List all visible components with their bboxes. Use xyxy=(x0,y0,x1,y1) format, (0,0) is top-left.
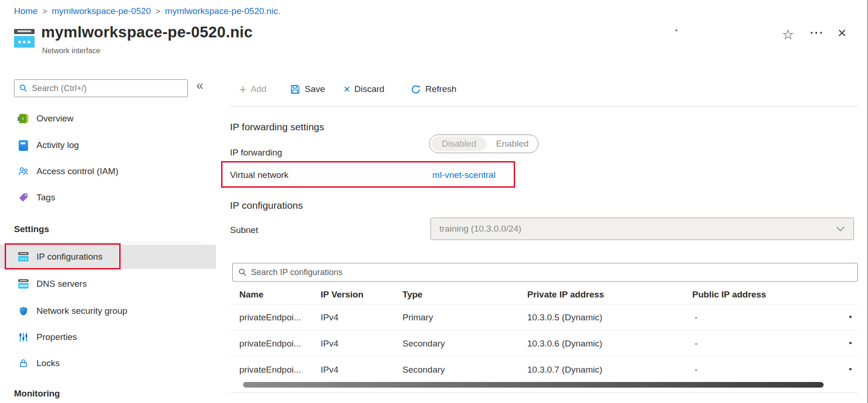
table-row[interactable]: privateEndpoi... IPv4 Secondary 10.3.0.7… xyxy=(230,357,858,383)
breadcrumb-workspace-link[interactable]: mymlworkspace-pe-0520 xyxy=(52,6,151,16)
column-header-name[interactable]: Name xyxy=(239,290,264,300)
ip-configurations-search-box[interactable] xyxy=(232,263,858,282)
breadcrumb-nic-link[interactable]: mymlworkspace-pe-0520.nic. xyxy=(165,6,280,16)
favorite-star-icon[interactable]: ☆ xyxy=(782,26,794,43)
table-header-row: Name IP Version Type Private IP address … xyxy=(230,285,858,304)
more-options-icon[interactable]: ··· xyxy=(810,24,824,41)
refresh-button[interactable]: Refresh xyxy=(410,82,457,96)
search-icon xyxy=(19,84,28,92)
save-floppy-icon xyxy=(290,84,301,95)
section-title-ip-forwarding-settings: IP forwarding settings xyxy=(230,121,324,133)
sidebar-item-ip-configurations[interactable]: IP configurations xyxy=(0,245,216,269)
dns-servers-icon: www xyxy=(18,278,29,290)
close-icon[interactable]: × xyxy=(838,24,846,41)
page-title: mymlworkspace-pe-0520.nic xyxy=(41,23,253,41)
sidebar-item-properties[interactable]: Properties xyxy=(0,328,216,346)
sidebar-item-dns-servers[interactable]: www DNS servers xyxy=(0,275,216,293)
row-more-dot[interactable] xyxy=(849,316,852,318)
column-header-private-ip[interactable]: Private IP address xyxy=(527,290,604,300)
subnet-label: Subnet xyxy=(230,225,258,235)
column-header-ip-version[interactable]: IP Version xyxy=(321,290,364,300)
column-header-type[interactable]: Type xyxy=(402,290,423,300)
toggle-option-enabled[interactable]: Enabled xyxy=(487,139,538,149)
shield-icon xyxy=(18,305,29,317)
sliders-icon xyxy=(18,332,29,343)
ip-configurations-search-input[interactable] xyxy=(251,268,852,277)
section-title-ip-configurations: IP configurations xyxy=(230,200,303,211)
row-more-dot[interactable] xyxy=(849,342,852,344)
sidebar-section-monitoring: Monitoring xyxy=(14,389,60,399)
row-more-dot[interactable] xyxy=(849,368,852,370)
lock-icon xyxy=(18,358,29,369)
subnet-dropdown[interactable]: training (10.3.0.0/24) xyxy=(430,218,854,240)
chevron-down-icon xyxy=(836,226,845,232)
column-header-public-ip[interactable]: Public IP address xyxy=(692,290,766,300)
sidebar-item-access-control[interactable]: Access control (IAM) xyxy=(0,162,216,181)
ip-forwarding-toggle: Disabled Enabled xyxy=(429,134,538,153)
tag-icon xyxy=(18,192,29,203)
overview-icon xyxy=(18,113,29,124)
plus-icon: + xyxy=(239,83,246,95)
virtual-network-link[interactable]: ml-vnet-scentral xyxy=(432,170,495,180)
horizontal-scrollbar[interactable] xyxy=(243,382,824,388)
table-row[interactable]: privateEndpoi... IPv4 Primary 10.3.0.5 (… xyxy=(230,304,858,331)
subnet-selected-value: training (10.3.0.0/24) xyxy=(439,224,836,234)
discard-x-icon: × xyxy=(344,83,350,96)
refresh-icon xyxy=(410,84,421,95)
discard-button[interactable]: × Discard xyxy=(344,82,384,96)
access-control-people-icon xyxy=(18,166,29,177)
save-button[interactable]: Save xyxy=(290,82,325,96)
search-icon xyxy=(238,268,247,276)
breadcrumb-separator: > xyxy=(43,7,47,16)
add-button[interactable]: + Add xyxy=(239,82,266,96)
virtual-network-label: Virtual network xyxy=(230,170,288,180)
page-subtitle: Network interface xyxy=(42,47,100,55)
cursor-dot xyxy=(675,29,677,31)
ip-forwarding-label: IP forwarding xyxy=(230,148,282,158)
network-interface-icon xyxy=(14,29,35,48)
breadcrumb-separator: > xyxy=(156,7,160,16)
sidebar-section-settings: Settings xyxy=(14,224,49,234)
sidebar-item-network-security-group[interactable]: Network security group xyxy=(0,302,216,320)
breadcrumb-home-link[interactable]: Home xyxy=(14,6,38,16)
toggle-option-disabled[interactable]: Disabled xyxy=(431,136,487,151)
table-bottom-divider xyxy=(230,392,858,393)
toolbar-divider xyxy=(230,106,858,107)
activity-log-icon xyxy=(18,140,29,151)
sidebar-item-tags[interactable]: Tags xyxy=(0,188,216,207)
ip-configurations-table: Name IP Version Type Private IP address … xyxy=(230,285,858,383)
sidebar-item-overview[interactable]: Overview xyxy=(0,109,216,128)
ip-configurations-icon xyxy=(18,251,29,262)
table-row[interactable]: privateEndpoi... IPv4 Secondary 10.3.0.6… xyxy=(230,331,858,357)
sidebar-search-input[interactable] xyxy=(32,84,183,93)
sidebar-separator xyxy=(14,242,202,243)
sidebar-item-activity-log[interactable]: Activity log xyxy=(0,136,216,155)
sidebar-item-locks[interactable]: Locks xyxy=(0,354,216,373)
collapse-sidebar-icon[interactable]: « xyxy=(196,78,203,93)
breadcrumb: Home>mymlworkspace-pe-0520>mymlworkspace… xyxy=(14,6,280,16)
sidebar-search-box[interactable] xyxy=(14,79,188,97)
